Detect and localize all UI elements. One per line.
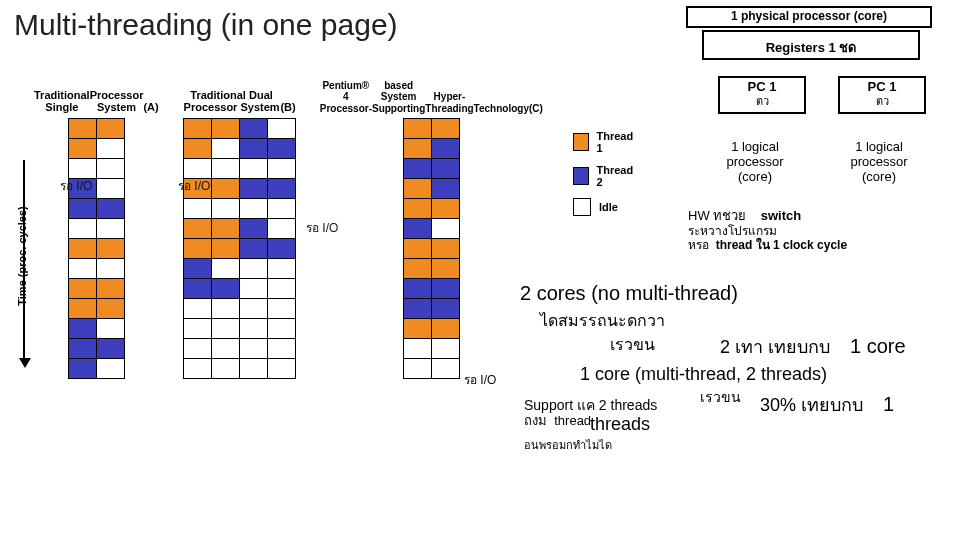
cell <box>184 319 212 339</box>
cell <box>69 339 97 359</box>
cell <box>97 159 125 179</box>
cell <box>69 119 97 139</box>
cell <box>69 219 97 239</box>
cell <box>240 219 268 239</box>
cell <box>212 179 240 199</box>
cell <box>268 199 296 219</box>
cell <box>97 179 125 199</box>
page-title: Multi-threading (in one page) <box>14 8 398 42</box>
cell <box>404 279 432 299</box>
cell <box>212 219 240 239</box>
cell <box>404 359 432 379</box>
cell <box>404 219 432 239</box>
column-b: Traditional Dual Processor System (B) <box>183 60 296 379</box>
cell <box>432 159 460 179</box>
physical-core-box: 1 physical processor (core) <box>686 6 932 28</box>
swatch-idle-icon <box>573 198 591 216</box>
cell <box>432 299 460 319</box>
wait-io-b: รอ I/O <box>178 176 210 195</box>
cell <box>268 359 296 379</box>
cell <box>97 239 125 259</box>
faster-1: เรวขน <box>610 332 655 357</box>
cell <box>240 259 268 279</box>
cell <box>268 179 296 199</box>
legend-idle: Idle <box>573 198 636 216</box>
cell <box>404 339 432 359</box>
cell <box>212 339 240 359</box>
cell <box>404 159 432 179</box>
cell <box>404 199 432 219</box>
cell <box>97 339 125 359</box>
y-axis-label: Time (proc. cycles) <box>16 206 28 305</box>
logical-core-2: 1 logical processor (core) <box>828 140 930 185</box>
cell <box>69 239 97 259</box>
cell <box>432 179 460 199</box>
cell <box>69 319 97 339</box>
cell <box>404 179 432 199</box>
cell <box>404 299 432 319</box>
registers-box: Registers 1 ชด <box>702 30 920 60</box>
cell <box>212 139 240 159</box>
wait-io-a: รอ I/O <box>60 176 92 195</box>
cell <box>432 219 460 239</box>
time-arrow-icon <box>23 160 25 360</box>
cell <box>268 119 296 139</box>
cell <box>212 359 240 379</box>
hw-switch-note: HW ทชวย switch ระหวางโปรแกรม หรอ thread … <box>688 208 948 252</box>
cell <box>184 359 212 379</box>
cell <box>240 319 268 339</box>
cell <box>97 139 125 159</box>
cell <box>184 259 212 279</box>
cell <box>184 279 212 299</box>
cell <box>184 339 212 359</box>
cell <box>97 359 125 379</box>
two-cores-heading: 2 cores (no multi-thread) <box>520 282 738 305</box>
column-c: Pentium® 4 Processor- based System Suppo… <box>320 60 543 379</box>
perf-better-line: ไดสมรรถนะดกวา <box>540 308 665 333</box>
cell <box>240 359 268 379</box>
cell <box>268 299 296 319</box>
cell <box>212 299 240 319</box>
cell <box>432 359 460 379</box>
cell <box>212 159 240 179</box>
cell <box>432 199 460 219</box>
cell <box>432 319 460 339</box>
cell <box>404 239 432 259</box>
cell <box>240 199 268 219</box>
cell <box>184 199 212 219</box>
cell <box>404 259 432 279</box>
other-cannot-line: อนพรอมกทำไมได <box>524 436 612 454</box>
cell <box>404 119 432 139</box>
cell <box>184 119 212 139</box>
cell <box>97 299 125 319</box>
cell <box>69 199 97 219</box>
cell <box>268 339 296 359</box>
cell <box>240 139 268 159</box>
pc-box-1: PC 1 ตว <box>718 76 806 114</box>
cell <box>268 239 296 259</box>
swatch-thread1-icon <box>573 133 589 151</box>
cell <box>404 139 432 159</box>
cell <box>69 359 97 379</box>
cell <box>97 319 125 339</box>
cell <box>432 259 460 279</box>
cell <box>212 319 240 339</box>
cell <box>240 279 268 299</box>
cell <box>240 239 268 259</box>
cell <box>240 339 268 359</box>
cell <box>184 219 212 239</box>
column-b-heading: Traditional Dual Processor System (B) <box>183 60 296 114</box>
cell <box>240 119 268 139</box>
cell <box>268 259 296 279</box>
cell <box>212 239 240 259</box>
cell <box>97 199 125 219</box>
compare-2: 30% เทยบกบ 1 <box>760 390 894 419</box>
cell <box>184 239 212 259</box>
legend-thread2: Thread 2 <box>573 164 636 188</box>
cell <box>432 139 460 159</box>
cell <box>69 259 97 279</box>
compare-1: 2 เทา เทยบกบ 1 core <box>720 332 906 361</box>
cell <box>69 279 97 299</box>
cell <box>97 219 125 239</box>
column-a-heading: Traditional Single Processor System (A) <box>34 60 159 114</box>
